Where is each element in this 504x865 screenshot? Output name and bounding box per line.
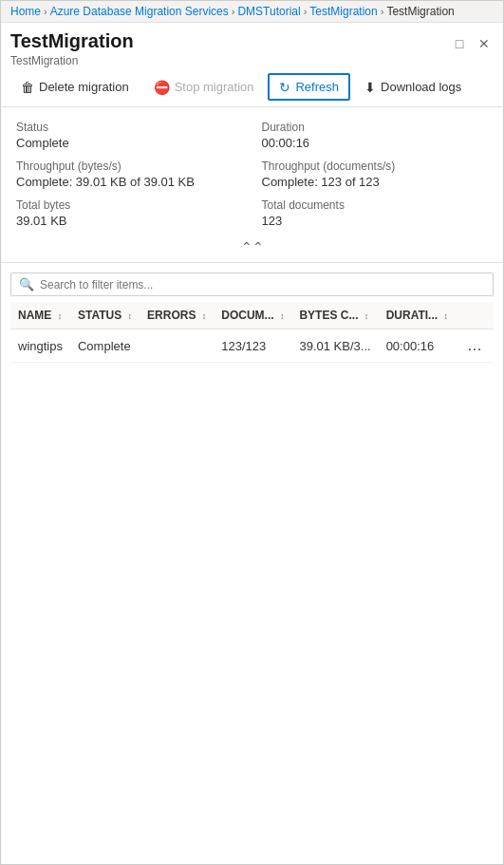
col-documents[interactable]: DOCUM... ↕: [214, 302, 291, 329]
sort-icon-status: ↕: [128, 311, 133, 321]
toolbar: 🗑 Delete migration ⛔ Stop migration ↻ Re…: [1, 67, 503, 107]
throughput-docs-label: Throughput (documents/s): [262, 160, 489, 173]
throughput-bytes-value: Complete: 39.01 KB of 39.01 KB: [16, 175, 243, 189]
sort-icon-docs: ↕: [280, 311, 285, 321]
stop-icon: ⛔: [154, 81, 170, 94]
total-docs-value: 123: [262, 214, 489, 228]
cell-bytes: 39.01 KB/3...: [291, 329, 378, 363]
cell-name: wingtips: [10, 329, 70, 363]
page-title: TestMigration: [10, 30, 134, 52]
sort-icon-bytes: ↕: [364, 311, 369, 321]
collapse-button[interactable]: ⌃⌃: [233, 239, 271, 254]
throughput-docs-value: Complete: 123 of 123: [262, 175, 489, 189]
table-header-row: NAME ↕ STATUS ↕ ERRORS ↕ DOCUM... ↕ BYTE…: [10, 302, 494, 329]
download-logs-button[interactable]: ⬇ Download logs: [354, 74, 472, 100]
refresh-button[interactable]: ↻ Refresh: [268, 73, 350, 101]
search-input[interactable]: [40, 278, 485, 291]
download-icon: ⬇: [364, 81, 376, 94]
throughput-bytes-label: Throughput (bytes/s): [16, 160, 243, 173]
cell-duration: 00:00:16: [379, 329, 456, 363]
col-bytes[interactable]: BYTES C... ↕: [291, 302, 378, 329]
search-section: 🔍: [1, 263, 503, 302]
col-duration[interactable]: DURATI... ↕: [379, 302, 456, 329]
breadcrumb-dms[interactable]: Azure Database Migration Services: [50, 5, 229, 18]
breadcrumb-dmstutorial[interactable]: DMSTutorial: [237, 5, 300, 18]
total-bytes-value: 39.01 KB: [16, 214, 243, 228]
breadcrumb-sep-1: ›: [44, 6, 47, 17]
sort-icon-errors: ↕: [202, 311, 207, 321]
cell-status: Complete: [70, 329, 140, 363]
status-label: Status: [16, 121, 243, 134]
cell-more: …: [456, 329, 494, 363]
breadcrumb-current: TestMigration: [386, 5, 454, 18]
refresh-icon: ↻: [279, 81, 290, 94]
breadcrumb: Home › Azure Database Migration Services…: [1, 1, 503, 23]
page-header: TestMigration TestMigration □ ✕: [1, 23, 503, 67]
breadcrumb-testmigration-link[interactable]: TestMigration: [309, 5, 377, 18]
window-close-button[interactable]: ✕: [475, 34, 494, 53]
window-maximize-button[interactable]: □: [450, 34, 469, 53]
stop-migration-label: Stop migration: [175, 80, 254, 94]
col-name[interactable]: NAME ↕: [10, 302, 70, 329]
breadcrumb-sep-3: ›: [304, 6, 308, 17]
sort-icon-name: ↕: [58, 311, 63, 321]
table-row: wingtips Complete 123/123 39.01 KB/3... …: [10, 329, 494, 363]
duration-value: 00:00:16: [262, 136, 489, 150]
col-errors[interactable]: ERRORS ↕: [140, 302, 214, 329]
more-options-button[interactable]: …: [463, 337, 486, 354]
total-docs-label: Total documents: [262, 198, 489, 212]
breadcrumb-home[interactable]: Home: [10, 5, 41, 18]
col-status[interactable]: STATUS ↕: [70, 302, 140, 329]
refresh-label: Refresh: [295, 80, 339, 94]
col-actions: [456, 302, 494, 329]
delete-migration-button[interactable]: 🗑 Delete migration: [10, 74, 140, 100]
delete-migration-label: Delete migration: [39, 80, 129, 94]
cell-errors: [140, 329, 214, 363]
window-controls: □ ✕: [450, 34, 494, 53]
total-bytes-label: Total bytes: [16, 198, 243, 212]
stop-migration-button[interactable]: ⛔ Stop migration: [143, 74, 265, 100]
status-value: Complete: [16, 136, 243, 150]
collapse-row: ⌃⌃: [1, 235, 503, 263]
sort-icon-duration: ↕: [443, 311, 448, 321]
search-icon: 🔍: [19, 277, 34, 291]
delete-icon: 🗑: [21, 81, 34, 94]
stats-section: Status Complete Duration 00:00:16 Throug…: [1, 107, 503, 235]
cell-documents: 123/123: [214, 329, 291, 363]
duration-label: Duration: [262, 121, 489, 134]
search-box: 🔍: [10, 273, 494, 296]
download-logs-label: Download logs: [381, 80, 461, 94]
breadcrumb-sep-4: ›: [381, 6, 384, 17]
data-table: NAME ↕ STATUS ↕ ERRORS ↕ DOCUM... ↕ BYTE…: [10, 302, 494, 363]
breadcrumb-sep-2: ›: [232, 6, 235, 17]
table-section: NAME ↕ STATUS ↕ ERRORS ↕ DOCUM... ↕ BYTE…: [1, 302, 503, 363]
page-subtitle: TestMigration: [10, 54, 134, 67]
